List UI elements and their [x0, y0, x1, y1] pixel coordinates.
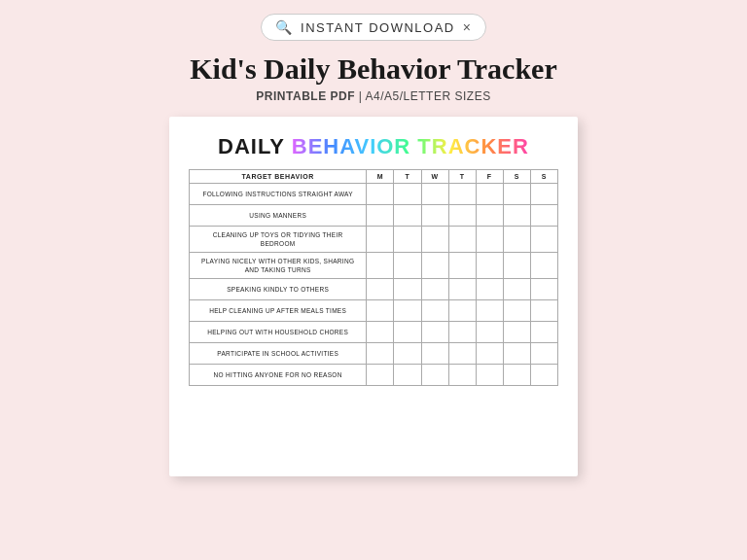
day-cell — [421, 300, 448, 322]
table-row: NO HITTING ANYONE FOR NO REASON — [190, 365, 558, 386]
day-cell — [530, 279, 557, 300]
day-cell — [421, 253, 448, 279]
day-cell — [476, 343, 503, 365]
col-header-m: M — [367, 170, 394, 184]
col-header-w: W — [421, 170, 448, 184]
behavior-cell: HELPING OUT WITH HOUSEHOLD CHORES — [190, 322, 367, 343]
day-cell — [476, 279, 503, 300]
day-cell — [421, 227, 448, 253]
search-bar[interactable]: 🔍 INSTANT DOWNLOAD × — [261, 14, 487, 41]
day-cell — [367, 253, 394, 279]
day-cell — [503, 205, 530, 227]
day-cell — [530, 184, 557, 205]
day-cell — [476, 184, 503, 205]
tracker-table: TARGET BEHAVIOR M T W T F S S FOLLOWING … — [189, 169, 558, 386]
day-cell — [530, 300, 557, 322]
day-cell — [421, 184, 448, 205]
day-cell — [448, 343, 476, 365]
behavior-cell: PARTICIPATE IN SCHOOL ACTIVITIES — [190, 343, 367, 365]
behavior-cell: USING MANNERS — [190, 205, 367, 227]
behavior-cell: FOLLOWING INSTRUCTIONS STRAIGHT AWAY — [190, 184, 367, 205]
day-cell — [530, 322, 557, 343]
col-header-t2: T — [448, 170, 476, 184]
day-cell — [394, 184, 421, 205]
day-cell — [367, 279, 394, 300]
behavior-cell: SPEAKING KINDLY TO OTHERS — [190, 279, 367, 300]
day-cell — [503, 184, 530, 205]
table-row: CLEANING UP TOYS OR TIDYING THEIR BEDROO… — [190, 227, 558, 253]
day-cell — [367, 322, 394, 343]
day-cell — [476, 365, 503, 386]
table-row: HELPING OUT WITH HOUSEHOLD CHORES — [190, 322, 558, 343]
day-cell — [421, 322, 448, 343]
document-preview: DAILY BEHAVIOR TRACKER TARGET BEHAVIOR M… — [169, 117, 578, 476]
behavior-cell: CLEANING UP TOYS OR TIDYING THEIR BEDROO… — [190, 227, 367, 253]
day-cell — [476, 227, 503, 253]
day-cell — [367, 300, 394, 322]
col-header-f: F — [476, 170, 503, 184]
day-cell — [421, 343, 448, 365]
day-cell — [476, 253, 503, 279]
table-header-row: TARGET BEHAVIOR M T W T F S S — [190, 170, 558, 184]
table-row: PLAYING NICELY WITH OTHER KIDS, SHARING … — [190, 253, 558, 279]
day-cell — [503, 300, 530, 322]
day-cell — [448, 300, 476, 322]
table-row: PARTICIPATE IN SCHOOL ACTIVITIES — [190, 343, 558, 365]
table-row: USING MANNERS — [190, 205, 558, 227]
col-header-behavior: TARGET BEHAVIOR — [190, 170, 367, 184]
day-cell — [448, 279, 476, 300]
day-cell — [448, 365, 476, 386]
day-cell — [421, 205, 448, 227]
day-cell — [367, 205, 394, 227]
day-cell — [530, 365, 557, 386]
subtitle-rest: | A4/A5/LETTER SIZES — [355, 89, 491, 103]
table-row: SPEAKING KINDLY TO OTHERS — [190, 279, 558, 300]
page-subtitle: PRINTABLE PDF | A4/A5/LETTER SIZES — [256, 89, 490, 103]
table-row: FOLLOWING INSTRUCTIONS STRAIGHT AWAY — [190, 184, 558, 205]
day-cell — [394, 343, 421, 365]
day-cell — [367, 227, 394, 253]
day-cell — [503, 343, 530, 365]
day-cell — [530, 227, 557, 253]
page-title: Kid's Daily Behavior Tracker — [190, 52, 557, 86]
day-cell — [394, 227, 421, 253]
day-cell — [448, 184, 476, 205]
day-cell — [394, 365, 421, 386]
col-header-s2: S — [530, 170, 557, 184]
day-cell — [367, 343, 394, 365]
day-cell — [530, 205, 557, 227]
day-cell — [394, 279, 421, 300]
subtitle-bold: PRINTABLE PDF — [256, 89, 355, 103]
day-cell — [448, 322, 476, 343]
day-cell — [503, 253, 530, 279]
search-bar-label: INSTANT DOWNLOAD — [301, 20, 455, 35]
day-cell — [394, 322, 421, 343]
behavior-cell: NO HITTING ANYONE FOR NO REASON — [190, 365, 367, 386]
day-cell — [476, 300, 503, 322]
day-cell — [367, 184, 394, 205]
day-cell — [503, 365, 530, 386]
daily-text: DAILY — [218, 134, 292, 158]
tracker-title: DAILY BEHAVIOR TRACKER — [189, 134, 558, 159]
day-cell — [530, 343, 557, 365]
behavior-tracker-text: BEHAVIOR TRACKER — [292, 134, 529, 158]
day-cell — [448, 227, 476, 253]
day-cell — [367, 365, 394, 386]
day-cell — [503, 322, 530, 343]
col-header-s1: S — [503, 170, 530, 184]
day-cell — [448, 205, 476, 227]
day-cell — [503, 227, 530, 253]
search-icon: 🔍 — [275, 19, 294, 35]
day-cell — [421, 365, 448, 386]
day-cell — [503, 279, 530, 300]
behavior-cell: PLAYING NICELY WITH OTHER KIDS, SHARING … — [190, 253, 367, 279]
day-cell — [394, 205, 421, 227]
behavior-cell: HELP CLEANING UP AFTER MEALS TIMES — [190, 300, 367, 322]
table-row: HELP CLEANING UP AFTER MEALS TIMES — [190, 300, 558, 322]
day-cell — [476, 322, 503, 343]
day-cell — [476, 205, 503, 227]
col-header-t1: T — [394, 170, 421, 184]
day-cell — [394, 253, 421, 279]
close-icon[interactable]: × — [463, 19, 473, 35]
day-cell — [448, 253, 476, 279]
